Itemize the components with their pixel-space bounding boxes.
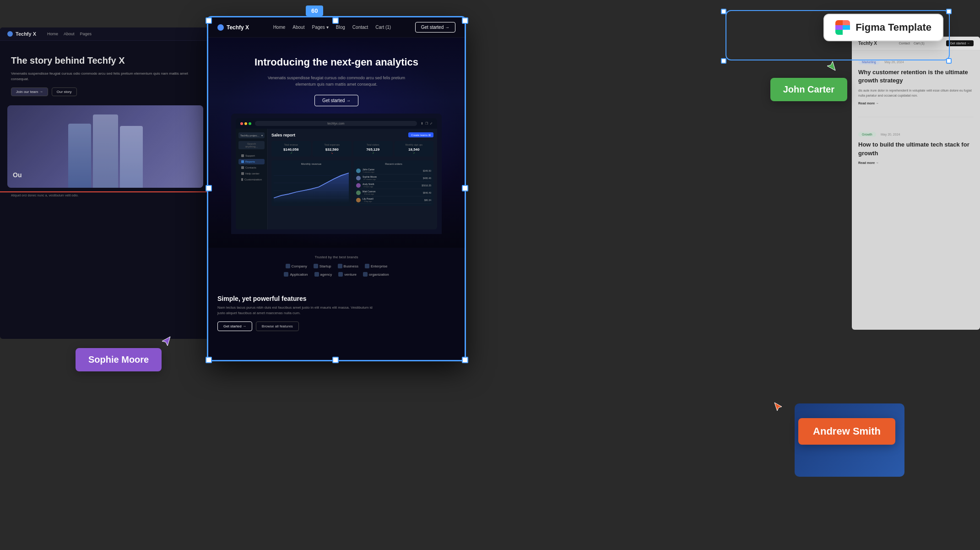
nav-cart[interactable]: Cart (1) (375, 25, 391, 30)
dash-header: techfyx.com ⬆ ❐ ⤢ (236, 118, 437, 129)
dash-create-btn[interactable]: Create teams ⊞ (408, 132, 433, 137)
person-2 (93, 114, 118, 188)
article-divider (858, 117, 974, 117)
brands-row-1: Company Startup Business Enterprise (217, 264, 455, 268)
dash-main: Sales report Create teams ⊞ Total revenu… (268, 129, 437, 229)
chart-area: Monthly revenue (271, 160, 351, 206)
order-avatar-5 (356, 198, 361, 202)
dashboard-inner: techfyx.com ⬆ ❐ ⤢ Techfiy projec... ▾ (236, 118, 437, 229)
nav-about[interactable]: About (292, 25, 304, 30)
article2-read-more-text: Read more → (858, 161, 879, 164)
stat-visitors-label: Total visitors (356, 143, 390, 146)
brand-venture-icon (338, 272, 343, 277)
left-nav-pages: Pages (80, 32, 92, 36)
order-sub-3: 2 hours ago (363, 185, 374, 188)
order-row-3: Andy Smith 2 hours ago $5016.35 (356, 182, 431, 189)
blog-article-1: Marketing May 26, 2024 Why customer rete… (852, 50, 980, 111)
left-nav-bar: Techfy X Home About Pages (0, 27, 211, 41)
article1-read-more[interactable]: Read more → (858, 102, 974, 105)
contacts-label: Contacts (245, 166, 256, 169)
order-amount-1: $345.50 (423, 169, 431, 172)
left-logo-text: Techfy X (16, 31, 36, 37)
selection-handle-mr[interactable] (462, 185, 468, 191)
right-nav-contact: Contact (899, 42, 910, 45)
dash-sidebar: Techfiy projec... ▾ Search anything... S… (236, 129, 268, 229)
brand-application: Application (284, 272, 308, 277)
figma-handle-br[interactable] (946, 58, 952, 64)
nav-contact[interactable]: Contact (352, 25, 368, 30)
help-icon (241, 172, 244, 175)
left-join-btn[interactable]: Join our team → (11, 87, 48, 96)
selection-handle-ml[interactable] (206, 185, 212, 191)
order-sub-1: 5 minutes ago (363, 171, 374, 173)
selection-handle-bl[interactable] (206, 357, 212, 363)
brand-startup-label: Startup (319, 264, 331, 268)
selection-handle-tl[interactable] (206, 17, 212, 24)
figma-handle-bl[interactable] (721, 58, 726, 64)
article2-read-more[interactable]: Read more → (858, 161, 974, 164)
help-label: Help center (245, 172, 260, 175)
brand-venture: venture (338, 272, 357, 277)
features-cta-btn[interactable]: Get started → (217, 321, 252, 331)
article1-body: dis aute irure dolor in reprehenderit in… (858, 88, 974, 98)
stat-visitors: Total visitors 765,129 ↗ (353, 141, 393, 157)
brand-business-icon (338, 264, 342, 268)
john-carter-badge: John Carter (770, 78, 847, 101)
main-get-started-btn[interactable]: Get started → (415, 22, 455, 33)
order-row-4: Matt Cannon 6 hours ago $846.49 (356, 189, 431, 196)
main-logo-text: Techfy X (227, 24, 249, 31)
brand-company: Company (286, 264, 307, 268)
order-sub-4: 6 hours ago (363, 193, 376, 195)
order-avatar-1 (356, 169, 361, 173)
brand-application-label: Application (290, 272, 308, 277)
nav-pages[interactable]: Pages ▾ (312, 25, 328, 30)
right-get-started-btn[interactable]: Get started → (946, 40, 974, 46)
main-hero-title: Introducing the next-gen analytics (222, 56, 451, 69)
orders-title: Recent orders (356, 163, 431, 165)
selection-handle-br[interactable] (462, 357, 468, 363)
team-photo (7, 105, 203, 188)
stat-visitors-value: 765,129 (356, 147, 390, 152)
chevron-down-icon: ▾ (326, 25, 329, 30)
nav-blog[interactable]: Blog (336, 25, 345, 30)
dash-url: techfyx.com (255, 121, 417, 126)
size-indicator: 60 (306, 5, 323, 16)
selection-handle-bm[interactable] (332, 357, 339, 363)
nav-home[interactable]: Home (273, 25, 286, 30)
selection-handle-tm[interactable] (332, 17, 339, 24)
brand-organization: organization (363, 272, 389, 277)
main-hero-cta[interactable]: Get started → (314, 95, 358, 106)
trusted-section: Trusted by the best brands Company Start… (208, 248, 465, 288)
left-hero-buttons: Join our team → Our story (11, 87, 200, 96)
article2-title: How to build the ultimate tech stack for… (858, 141, 974, 157)
left-image-section: Ou (7, 105, 203, 188)
dash-nav-reports[interactable]: Reports (238, 159, 265, 164)
stat-signups-change: ↗ (397, 152, 432, 154)
dash-dots (240, 122, 251, 125)
selection-handle-tr[interactable] (462, 17, 468, 24)
features-subtitle: Nam lectus lacus purus nibh duis est fau… (217, 305, 378, 316)
features-browse-btn[interactable]: Browse all features (256, 321, 299, 331)
article1-date: May 26, 2024 (884, 60, 904, 64)
reports-label: Reports (245, 160, 255, 163)
stat-revenue-label: Total revenue (274, 143, 309, 146)
order-row-1: John Carter 5 minutes ago $345.50 (356, 167, 431, 174)
stats-row: Total revenue $140,058 ↗ Total expenses … (271, 141, 433, 157)
brands-row-2: Application agency venture organization (217, 272, 455, 277)
brand-startup-icon (314, 264, 318, 268)
order-amount-4: $846.49 (423, 191, 431, 194)
dash-report-title: Sales report (271, 133, 295, 137)
brand-company-icon (286, 264, 290, 268)
dot-red (240, 122, 243, 125)
width-line (0, 191, 208, 192)
cursor-arrow-green (824, 60, 837, 76)
main-hero-subtitle: Venenatis suspendisse feugiat cursus odi… (263, 75, 410, 88)
brand-enterprise-icon (365, 264, 369, 268)
figma-handle-tr[interactable] (946, 9, 952, 14)
left-story-btn[interactable]: Our story (52, 87, 77, 96)
left-hero-body: Venenatis suspendisse feugiat cursus odi… (11, 71, 200, 82)
order-sub-5: 1 day ago (363, 200, 374, 202)
figma-handle-tl[interactable] (721, 9, 726, 14)
contacts-icon (241, 166, 244, 169)
stat-expenses: Total expenses $32,580 ↘ (313, 141, 352, 157)
